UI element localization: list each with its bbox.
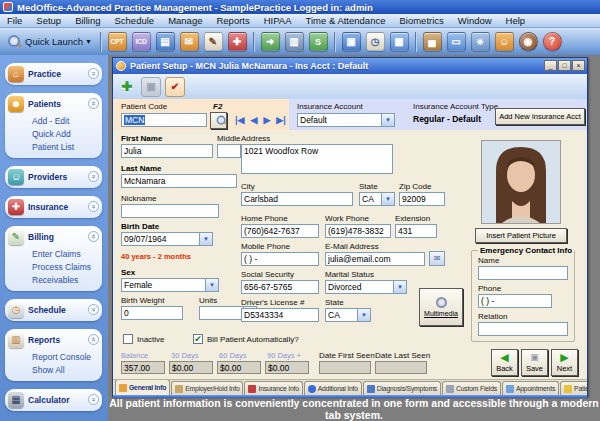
add-new-insurance-button[interactable]: Add New Insurance Acct — [495, 108, 585, 125]
middle-initial-input[interactable] — [217, 144, 241, 158]
menu-help[interactable]: Help — [499, 15, 533, 26]
expand-chevron-icon[interactable]: « — [88, 68, 99, 79]
menu-schedule[interactable]: Schedule — [108, 15, 162, 26]
collapse-chevron-icon[interactable]: « — [88, 98, 99, 109]
nickname-input[interactable] — [121, 204, 219, 218]
tab-employer-hold-info[interactable]: Employer/Hold Info — [171, 381, 243, 395]
sidebar-link-quick-add[interactable]: Quick Add — [32, 128, 99, 141]
expand-chevron-icon[interactable]: « — [88, 394, 99, 405]
sidebar-link-add-edit[interactable]: Add - Edit — [32, 115, 99, 128]
maximize-button[interactable]: □ — [558, 60, 571, 71]
menu-manage[interactable]: Manage — [161, 15, 209, 26]
search-icon[interactable] — [8, 35, 21, 48]
time-attendance-icon[interactable]: ☺ — [495, 32, 514, 51]
zip-code-input[interactable]: 92009 — [399, 192, 445, 206]
monitor-icon[interactable]: ▭ — [447, 32, 466, 51]
menu-time-attendance[interactable]: Time & Attendance — [299, 15, 393, 26]
insurance-account-select[interactable]: Default▼ — [297, 113, 395, 127]
emergency-phone-input[interactable]: ( ) - — [478, 294, 552, 308]
sidebar-link-show-all[interactable]: Show All — [32, 364, 99, 377]
network-icon[interactable]: ✳ — [471, 32, 490, 51]
sidebar-item-reports[interactable]: ▥ Reports « — [8, 331, 99, 348]
patient-window-titlebar[interactable]: Patient Setup - MCN Julia McNamara - Ins… — [113, 58, 587, 74]
icd-codes-icon[interactable]: ICD — [132, 32, 151, 51]
statements-icon[interactable]: S — [309, 32, 328, 51]
drivers-license-input[interactable]: D5343334 — [241, 308, 319, 322]
previous-record-button[interactable]: ◀ — [250, 115, 257, 125]
expand-chevron-icon[interactable]: « — [88, 171, 99, 182]
tab-diagnosis-symptoms[interactable]: Diagnosis/Symptoms — [363, 381, 441, 395]
messages-icon[interactable]: ✉ — [180, 32, 199, 51]
sidebar-item-schedule[interactable]: ◷ Schedule « — [8, 301, 99, 318]
tab-patient-notes[interactable]: Patient Notes — [560, 381, 587, 395]
charts-icon[interactable]: ▅ — [423, 32, 442, 51]
emergency-name-input[interactable] — [478, 266, 568, 280]
tab-appointments[interactable]: Appointments — [502, 381, 559, 395]
patient-code-input[interactable]: MCN — [121, 113, 207, 127]
quick-launch-dropdown-icon[interactable]: ▼ — [85, 38, 92, 45]
sidebar-item-providers[interactable]: ☺ Providers « — [8, 168, 99, 185]
back-button[interactable]: ◀ Back — [491, 349, 518, 376]
home-phone-input[interactable]: (760)642-7637 — [241, 224, 319, 238]
emergency-kit-icon[interactable]: ✚ — [228, 32, 247, 51]
menu-reports[interactable]: Reports — [209, 15, 256, 26]
expand-chevron-icon[interactable]: « — [88, 304, 99, 315]
license-state-select[interactable]: CA▼ — [325, 308, 371, 322]
sidebar-item-billing[interactable]: ✎ Billing « — [8, 228, 99, 245]
referrals-icon[interactable]: ➜ — [261, 32, 280, 51]
menu-window[interactable]: Window — [451, 15, 499, 26]
sidebar-link-enter-claims[interactable]: Enter Claims — [32, 248, 99, 261]
save-button[interactable]: ▣ Save — [521, 349, 548, 376]
menu-hipaa[interactable]: HIPAA — [257, 15, 299, 26]
multimedia-button[interactable]: Multimedia — [419, 288, 463, 326]
sidebar-item-practice[interactable]: ⌂ Practice « — [8, 65, 99, 82]
marital-status-select[interactable]: Divorced▼ — [325, 280, 407, 294]
collapse-chevron-icon[interactable]: « — [88, 231, 99, 242]
sidebar-link-report-console[interactable]: Report Console — [32, 351, 99, 364]
sidebar-item-insurance[interactable]: ✚ Insurance « — [8, 198, 99, 215]
menu-file[interactable]: File — [0, 15, 29, 26]
biometrics-icon[interactable]: ◉ — [519, 32, 538, 51]
tab-insurance-info[interactable]: Insurance Info — [244, 381, 302, 395]
social-security-input[interactable]: 656-67-5765 — [241, 280, 319, 294]
emergency-relation-input[interactable] — [478, 322, 568, 336]
menu-billing[interactable]: Billing — [68, 15, 107, 26]
inactive-checkbox[interactable]: Inactive — [123, 334, 165, 344]
mobile-phone-input[interactable]: ( ) - — [241, 252, 319, 266]
quick-launch-button[interactable]: Quick Launch — [25, 36, 83, 47]
first-record-button[interactable]: |◀ — [235, 115, 244, 125]
insert-patient-picture-button[interactable]: Insert Patient Picture — [475, 228, 567, 243]
collapse-chevron-icon[interactable]: « — [88, 334, 99, 345]
sidebar-item-calculator[interactable]: ▦ Calculator « — [8, 391, 99, 408]
sidebar-link-patient-list[interactable]: Patient List — [32, 141, 99, 154]
email-input[interactable]: julia@email.com — [325, 252, 425, 266]
cpt-codes-icon[interactable]: CPT — [108, 32, 127, 51]
menu-setup[interactable]: Setup — [29, 15, 68, 26]
reports-doc-icon[interactable]: ◷ — [366, 32, 385, 51]
last-record-button[interactable]: ▶| — [276, 115, 285, 125]
address-input[interactable]: 1021 Woodfox Row — [241, 144, 393, 174]
extension-input[interactable]: 431 — [395, 224, 437, 238]
sidebar-link-receivables[interactable]: Receivables — [32, 274, 99, 287]
tab-additional-info[interactable]: Additional Info — [304, 381, 362, 395]
new-patient-icon[interactable]: ✚ — [117, 77, 137, 97]
close-button[interactable]: × — [572, 60, 585, 71]
progress-notes-icon[interactable]: ✎ — [204, 32, 223, 51]
sex-select[interactable]: Female▼ — [121, 278, 219, 292]
tab-general-info[interactable]: General Info — [115, 379, 170, 395]
city-input[interactable]: Carlsbad — [241, 192, 353, 206]
expand-chevron-icon[interactable]: « — [88, 201, 99, 212]
calendar-icon[interactable]: ▦ — [390, 32, 409, 51]
send-email-button[interactable]: ✉ — [429, 251, 445, 266]
sidebar-link-process-claims[interactable]: Process Claims — [32, 261, 99, 274]
menu-biometrics[interactable]: Biometrics — [392, 15, 450, 26]
verify-clipboard-icon[interactable]: ✔ — [165, 77, 185, 97]
last-name-input[interactable]: McNamara — [121, 174, 237, 188]
birth-weight-input[interactable]: 0 — [121, 306, 183, 320]
next-button[interactable]: ▶ Next — [551, 349, 578, 376]
sidebar-item-patients[interactable]: ☻ Patients « — [8, 95, 99, 112]
patient-card-icon[interactable]: ▤ — [156, 32, 175, 51]
birth-date-input[interactable]: 09/07/1964▼ — [121, 232, 213, 246]
state-select[interactable]: CA▼ — [359, 192, 395, 206]
work-phone-input[interactable]: (619)478-3832 — [325, 224, 391, 238]
